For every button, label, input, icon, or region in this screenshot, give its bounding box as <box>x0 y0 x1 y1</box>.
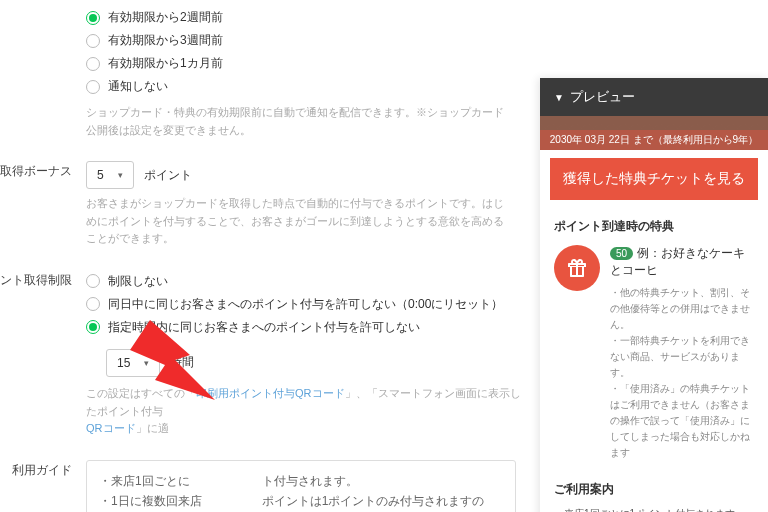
bonus-points-select[interactable]: 5 ▾ <box>86 161 134 189</box>
radio-icon <box>86 57 100 71</box>
points-badge: 50 <box>610 247 633 260</box>
radio-label: 指定時間内に同じお客さまへのポイント付与を許可しない <box>108 319 420 336</box>
reward-notes: ・他の特典チケット、割引、その他優待等との併用はできません。 ・一部特典チケット… <box>610 285 754 461</box>
reward-section-header: ポイント到達時の特典 <box>554 218 754 235</box>
card-expiry-date: 2030年 03月 22日 まで（最終利用日から9年） <box>540 130 768 150</box>
guide-label: 利用ガイド <box>0 460 86 512</box>
limit-hours-value: 15 <box>117 356 130 370</box>
radio-icon <box>86 320 100 334</box>
radio-label: 有効期限から2週間前 <box>108 9 223 26</box>
reward-example-title: 50例：お好きなケーキとコーヒ <box>610 245 754 279</box>
qr-note: この設定はすべての「印刷用ポイント付与QRコード」、「スマートフォン画面に表示し… <box>86 383 526 452</box>
qr-print-link[interactable]: 印刷用ポイント付与QRコード <box>196 387 345 399</box>
radio-label: 有効期限から3週間前 <box>108 32 223 49</box>
preview-guide-header: ご利用案内 <box>554 481 754 498</box>
radio-expiry-none[interactable]: 通知しない <box>86 75 540 98</box>
radio-limit-hours[interactable]: 指定時間内に同じお客さまへのポイント付与を許可しない <box>86 316 540 339</box>
preview-title: プレビュー <box>570 88 635 106</box>
view-tickets-button[interactable]: 獲得した特典チケットを見る <box>550 158 758 200</box>
radio-expiry-3weeks[interactable]: 有効期限から3週間前 <box>86 29 540 52</box>
expiry-notify-label <box>0 6 86 153</box>
radio-icon <box>86 274 100 288</box>
radio-icon <box>86 34 100 48</box>
chevron-down-icon: ▾ <box>144 358 149 368</box>
radio-label: 同日中に同じお客さまへのポイント付与を許可しない（0:00にリセット） <box>108 296 503 313</box>
radio-label: 制限しない <box>108 273 168 290</box>
bonus-points-value: 5 <box>97 168 104 182</box>
preview-panel: ▼ プレビュー 2030年 03月 22日 まで（最終利用日から9年） 獲得した… <box>540 78 768 512</box>
chevron-down-icon: ▾ <box>118 170 123 180</box>
radio-icon <box>86 11 100 25</box>
radio-icon <box>86 297 100 311</box>
bonus-label: 取得ボーナス <box>0 161 86 262</box>
radio-icon <box>86 80 100 94</box>
limit-label: ント取得制限 <box>0 270 86 452</box>
radio-limit-none[interactable]: 制限しない <box>86 270 540 293</box>
radio-expiry-2weeks[interactable]: 有効期限から2週間前 <box>86 6 540 29</box>
bonus-helper-text: お客さまがショップカードを取得した時点で自動的に付与できるポイントです。はじめに… <box>86 189 506 262</box>
gift-icon <box>554 245 600 291</box>
radio-label: 有効期限から1カ月前 <box>108 55 223 72</box>
preview-guide-text: ・来店1回ごとに1ポイント付与されます。 ・1日に複数回来店されてもポイントは1… <box>554 506 754 512</box>
bonus-unit: ポイント <box>144 167 192 184</box>
limit-hours-unit: 時間 <box>170 354 194 371</box>
chevron-down-icon: ▼ <box>554 92 564 103</box>
preview-header[interactable]: ▼ プレビュー <box>540 78 768 116</box>
expiry-helper-text: ショップカード・特典の有効期限前に自動で通知を配信できます。※ショップカード公開… <box>86 98 506 153</box>
qr-phone-link[interactable]: QRコード <box>86 422 136 434</box>
card-scallop-decoration <box>540 116 768 130</box>
usage-guide-textarea[interactable]: ・来店1回ごとに ト付与されます。 ・1日に複数回来店 ポイントは1ポイントのみ… <box>86 460 516 512</box>
radio-label: 通知しない <box>108 78 168 95</box>
limit-hours-select[interactable]: 15 ▾ <box>106 349 160 377</box>
radio-expiry-1month[interactable]: 有効期限から1カ月前 <box>86 52 540 75</box>
radio-limit-sameday[interactable]: 同日中に同じお客さまへのポイント付与を許可しない（0:00にリセット） <box>86 293 540 316</box>
